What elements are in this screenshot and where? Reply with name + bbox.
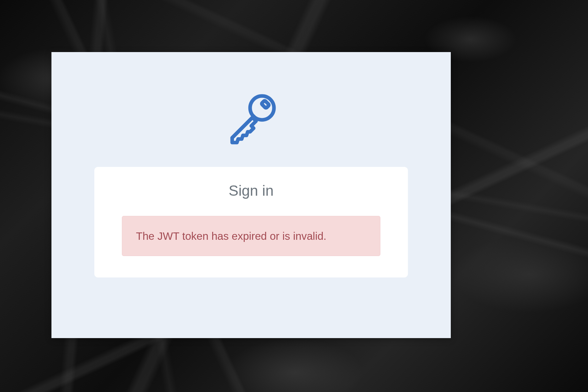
logo-area — [51, 89, 451, 149]
key-icon — [221, 89, 281, 149]
error-alert: The JWT token has expired or is invalid. — [122, 216, 380, 256]
card-title: Sign in — [122, 182, 380, 199]
auth-panel: Sign in The JWT token has expired or is … — [51, 52, 451, 338]
svg-rect-1 — [261, 100, 269, 108]
signin-card: Sign in The JWT token has expired or is … — [94, 167, 408, 277]
